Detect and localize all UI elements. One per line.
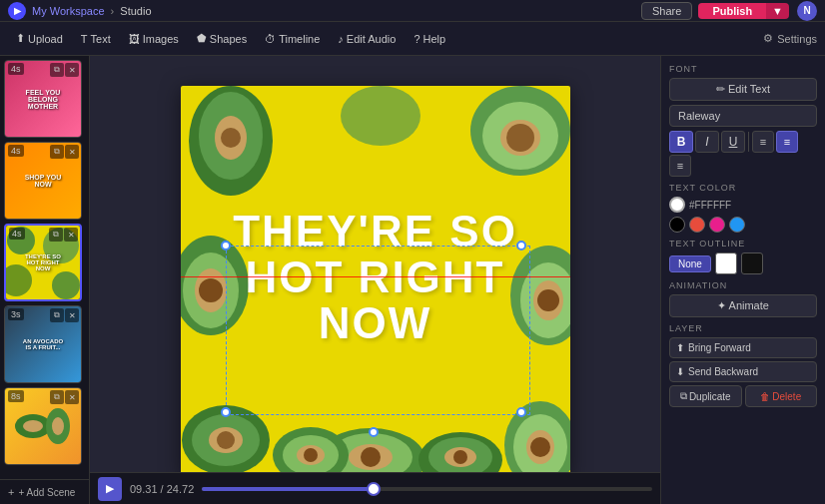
- scene-duplicate-btn-5[interactable]: ⧉: [50, 390, 64, 404]
- color-swatch-black[interactable]: [669, 217, 685, 233]
- delete-button[interactable]: 🗑 Delete: [745, 385, 818, 407]
- share-button[interactable]: Share: [641, 2, 692, 20]
- color-swatch-pink[interactable]: [709, 217, 725, 233]
- images-button[interactable]: 🖼 Images: [121, 29, 187, 49]
- color-hex-display: #FFFFFF: [689, 200, 731, 211]
- avatar[interactable]: N: [797, 1, 817, 21]
- scene-duplicate-btn-1[interactable]: ⧉: [50, 63, 64, 77]
- color-swatch-blue[interactable]: [729, 217, 745, 233]
- bold-button[interactable]: B: [669, 131, 693, 153]
- font-name-display[interactable]: Raleway: [669, 105, 817, 127]
- timeline-icon: ⏱: [265, 33, 276, 45]
- svg-point-36: [341, 86, 420, 146]
- text-color-section: TEXT COLOR #FFFFFF: [669, 183, 817, 233]
- layer-actions-row: ⧉ Duplicate 🗑 Delete: [669, 385, 817, 407]
- selection-handle-bl[interactable]: [221, 407, 231, 417]
- underline-button[interactable]: U: [721, 131, 745, 153]
- scene-item-3[interactable]: THEY'RE SOHOT RIGHTNOW 4s ⧉ ✕: [4, 224, 82, 301]
- bring-forward-button[interactable]: ⬆ Bring Forward: [669, 337, 817, 358]
- timeline-bar: ▶ 09.31 / 24.72: [90, 472, 660, 504]
- app-logo: ▶: [8, 2, 26, 20]
- outline-swatch-white[interactable]: [715, 252, 737, 274]
- help-icon: ?: [413, 33, 419, 45]
- settings-button[interactable]: ⚙ Settings: [763, 32, 817, 45]
- scene-item-1[interactable]: FEEL YOUBELONGMOTHER 4s ⧉ ✕: [4, 60, 82, 138]
- publish-dropdown-button[interactable]: ▼: [766, 3, 789, 19]
- shapes-button[interactable]: ⬟ Shapes: [189, 28, 255, 49]
- svg-point-35: [530, 437, 550, 457]
- settings-icon: ⚙: [763, 32, 773, 45]
- timeline-track[interactable]: [202, 487, 652, 491]
- play-button[interactable]: ▶: [98, 477, 122, 501]
- selection-handle-tl[interactable]: [221, 241, 231, 251]
- upload-button[interactable]: ⬆ Upload: [8, 28, 71, 49]
- right-panel: FONT ✏ Edit Text Raleway B I U ≡ ≡ ≡ TEX…: [660, 56, 825, 504]
- workspace-link[interactable]: My Workspace: [32, 5, 105, 17]
- scene-delete-btn-3[interactable]: ✕: [64, 228, 78, 242]
- svg-point-11: [221, 128, 241, 148]
- scene-duplicate-btn-2[interactable]: ⧉: [50, 145, 64, 159]
- help-button[interactable]: ? Help: [406, 29, 453, 49]
- scene-delete-btn-4[interactable]: ✕: [65, 308, 79, 322]
- color-row: #FFFFFF: [669, 197, 817, 213]
- scene-item-4[interactable]: AN AVOCADOIS A FRUIT... 3s ⧉ ✕: [4, 305, 82, 383]
- color-swatch-red[interactable]: [689, 217, 705, 233]
- text-outline-section: TEXT OUTLINE None: [669, 239, 817, 274]
- selection-handle-br[interactable]: [516, 407, 526, 417]
- selection-handle-tr[interactable]: [516, 241, 526, 251]
- text-outline-label: TEXT OUTLINE: [669, 239, 817, 249]
- canvas-text-overlay[interactable]: THEY'RE SOHOT RIGHTNOW: [216, 208, 535, 346]
- send-backward-button[interactable]: ⬇ Send Backward: [669, 361, 817, 382]
- shapes-icon: ⬟: [197, 32, 207, 45]
- format-divider: [748, 132, 749, 152]
- selection-handle-rotate[interactable]: [369, 427, 379, 437]
- duplicate-button[interactable]: ⧉ Duplicate: [669, 385, 742, 407]
- svg-point-40: [304, 448, 318, 462]
- animation-label: ANIMATION: [669, 280, 817, 290]
- send-backward-icon: ⬇: [676, 366, 684, 377]
- scenes-list: FEEL YOUBELONGMOTHER 4s ⧉ ✕ SHOP YOUNOW …: [0, 56, 89, 479]
- text-button[interactable]: T Text: [73, 29, 119, 49]
- timeline-scrubber[interactable]: [367, 482, 381, 496]
- publish-button[interactable]: Publish: [698, 3, 766, 19]
- svg-point-44: [453, 450, 467, 464]
- layer-section: LAYER ⬆ Bring Forward ⬇ Send Backward ⧉ …: [669, 323, 817, 407]
- outline-swatch-black[interactable]: [741, 252, 763, 274]
- svg-point-5: [23, 420, 43, 432]
- format-row: B I U ≡ ≡ ≡: [669, 131, 817, 177]
- scenes-sidebar: FEEL YOUBELONGMOTHER 4s ⧉ ✕ SHOP YOUNOW …: [0, 56, 90, 504]
- outline-none-button[interactable]: None: [669, 255, 711, 272]
- animate-button[interactable]: ✦ Animate: [669, 294, 817, 317]
- align-left-button[interactable]: ≡: [752, 131, 774, 153]
- time-display: 09.31 / 24.72: [130, 483, 194, 495]
- text-icon: T: [81, 33, 88, 45]
- delete-icon: 🗑: [760, 391, 770, 402]
- breadcrumb: My Workspace › Studio: [32, 5, 152, 17]
- svg-point-23: [537, 289, 559, 311]
- svg-point-31: [361, 447, 381, 467]
- scene-duration-2: 4s: [8, 145, 24, 157]
- studio-label: Studio: [120, 5, 151, 17]
- align-right-button[interactable]: ≡: [669, 155, 691, 177]
- layer-label: LAYER: [669, 323, 817, 333]
- scene-delete-btn-5[interactable]: ✕: [65, 390, 79, 404]
- edit-text-button[interactable]: ✏ Edit Text: [669, 78, 817, 101]
- italic-button[interactable]: I: [695, 131, 719, 153]
- bring-forward-icon: ⬆: [676, 342, 684, 353]
- scene-duration-1: 4s: [8, 63, 24, 75]
- svg-point-7: [52, 417, 64, 435]
- canvas[interactable]: THEY'RE SOHOT RIGHTNOW: [181, 86, 570, 475]
- scene-duplicate-btn-3[interactable]: ⧉: [49, 228, 63, 242]
- color-swatch-white[interactable]: [669, 197, 685, 213]
- align-center-button[interactable]: ≡: [776, 131, 798, 153]
- font-section-label: FONT: [669, 64, 817, 74]
- edit-audio-button[interactable]: ♪ Edit Audio: [330, 29, 404, 49]
- scene-item-2[interactable]: SHOP YOUNOW 4s ⧉ ✕: [4, 142, 82, 220]
- scene-delete-btn-2[interactable]: ✕: [65, 145, 79, 159]
- timeline-button[interactable]: ⏱ Timeline: [257, 29, 328, 49]
- scene-delete-btn-1[interactable]: ✕: [65, 63, 79, 77]
- duplicate-icon: ⧉: [680, 390, 687, 402]
- add-scene-button[interactable]: + + Add Scene: [0, 479, 89, 504]
- scene-duplicate-btn-4[interactable]: ⧉: [50, 308, 64, 322]
- scene-item-5[interactable]: 8s ⧉ ✕: [4, 387, 82, 465]
